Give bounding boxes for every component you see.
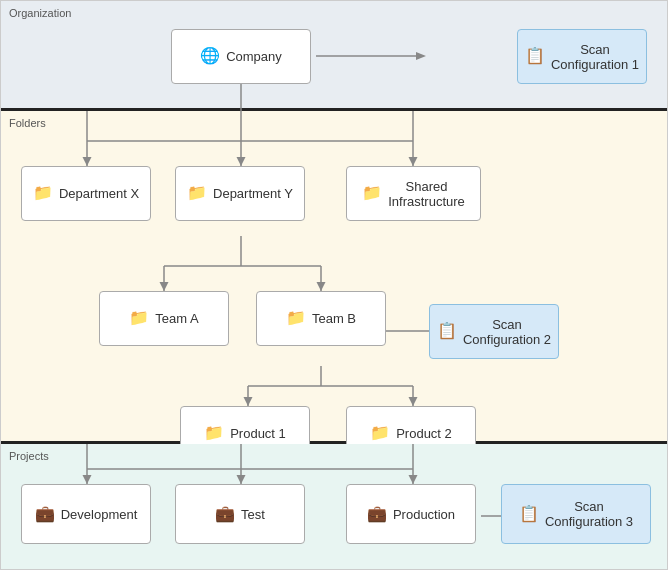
- folders-label: Folders: [9, 117, 46, 129]
- section-folders: Folders: [1, 111, 667, 444]
- shared-infra-icon: 📁: [362, 183, 382, 202]
- company-node: 🌐 Company: [171, 29, 311, 84]
- section-org: Organization 🌐 Company 📋 ScanConfigurati…: [1, 1, 667, 111]
- production-label: Production: [393, 507, 455, 522]
- scan-config-1-icon: 📋: [525, 46, 545, 65]
- product-2-label: Product 2: [396, 426, 452, 441]
- team-a-icon: 📁: [129, 308, 149, 327]
- development-node: 💼 Development: [21, 484, 151, 544]
- org-label: Organization: [9, 7, 71, 19]
- development-label: Development: [61, 507, 138, 522]
- production-icon: 💼: [367, 504, 387, 523]
- department-x-node: 📁 Department X: [21, 166, 151, 221]
- svg-marker-1: [416, 52, 426, 60]
- dept-x-label: Department X: [59, 186, 139, 201]
- test-label: Test: [241, 507, 265, 522]
- scan-config-2-icon: 📋: [437, 321, 457, 340]
- section-projects: Projects 💼 Development: [1, 444, 667, 569]
- scan-config-1-label: ScanConfiguration 1: [551, 42, 639, 72]
- team-a-label: Team A: [155, 311, 198, 326]
- scan-config-3-label: ScanConfiguration 3: [545, 499, 633, 529]
- scan-config-3-icon: 📋: [519, 504, 539, 523]
- production-node: 💼 Production: [346, 484, 476, 544]
- shared-infra-label: SharedInfrastructure: [388, 179, 465, 209]
- development-icon: 💼: [35, 504, 55, 523]
- scan-config-2-label: ScanConfiguration 2: [463, 317, 551, 347]
- dept-y-label: Department Y: [213, 186, 293, 201]
- scan-config-2-node: 📋 ScanConfiguration 2: [429, 304, 559, 359]
- team-a-node: 📁 Team A: [99, 291, 229, 346]
- team-b-node: 📁 Team B: [256, 291, 386, 346]
- diagram-wrapper: Organization 🌐 Company 📋 ScanConfigurati…: [0, 0, 668, 570]
- scan-config-3-node: 📋 ScanConfiguration 3: [501, 484, 651, 544]
- product-1-label: Product 1: [230, 426, 286, 441]
- test-icon: 💼: [215, 504, 235, 523]
- dept-x-icon: 📁: [33, 183, 53, 202]
- dept-y-icon: 📁: [187, 183, 207, 202]
- shared-infra-node: 📁 SharedInfrastructure: [346, 166, 481, 221]
- test-node: 💼 Test: [175, 484, 305, 544]
- product-1-icon: 📁: [204, 423, 224, 442]
- scan-config-1-node: 📋 ScanConfiguration 1: [517, 29, 647, 84]
- team-b-label: Team B: [312, 311, 356, 326]
- company-icon: 🌐: [200, 46, 220, 65]
- department-y-node: 📁 Department Y: [175, 166, 305, 221]
- company-label: Company: [226, 49, 282, 64]
- folders-connectors: [1, 111, 667, 441]
- projects-label: Projects: [9, 450, 49, 462]
- team-b-icon: 📁: [286, 308, 306, 327]
- product-2-icon: 📁: [370, 423, 390, 442]
